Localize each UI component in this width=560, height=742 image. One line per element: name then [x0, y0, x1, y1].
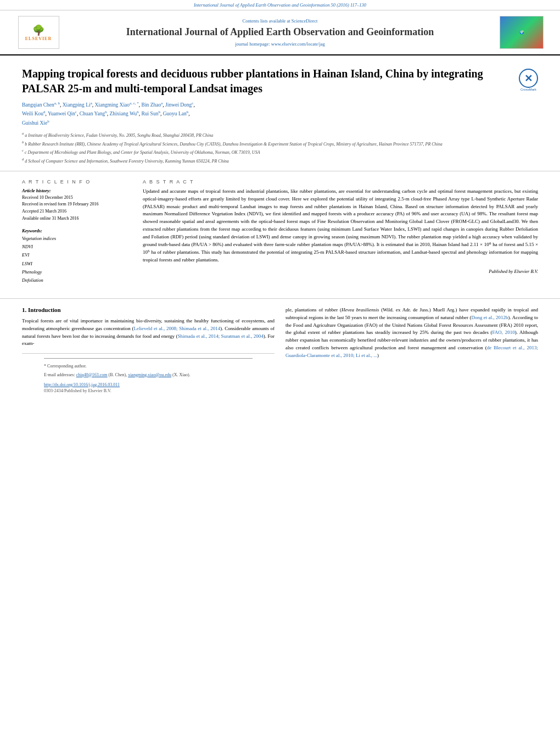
footnote-star: * Corresponding author.: [44, 363, 253, 369]
author-rui-sun[interactable]: Rui Sun: [142, 111, 159, 117]
elsevier-brand-text: ELSEVIER: [25, 36, 52, 41]
ref-fao-2010[interactable]: FAO, 2010: [492, 330, 515, 335]
crossmark-icon: ✕: [519, 69, 538, 88]
author-jinwei-dong[interactable]: Jinwei Dong: [165, 102, 192, 108]
author-zhixiang-wu[interactable]: Zhixiang Wu: [109, 111, 137, 117]
doi-link[interactable]: http://dx.doi.org/10.1016/j.jag.2016.03.…: [22, 381, 275, 388]
affiliation-a: a a Institute of Biodiversity Science, F…: [22, 131, 538, 139]
author-sup-3: a, c, *: [130, 101, 139, 105]
author-sup-1: a, b: [54, 101, 60, 105]
article-title-row: Mapping tropical forests and deciduous r…: [22, 66, 538, 96]
article-info-heading: A R T I C L E I N F O: [22, 179, 132, 185]
page-wrapper: International Journal of Applied Earth O…: [0, 0, 560, 405]
author-sup-7: c: [75, 110, 77, 114]
author-xiangming-xiao[interactable]: Xiangming Xiao: [95, 102, 130, 108]
contents-available: Contents lists available at ScienceDirec…: [71, 18, 489, 24]
journal-logo-box: 🌍: [500, 16, 544, 49]
keywords-block: Keywords: Vegetation indices NDVI EVI LS…: [22, 228, 132, 285]
author-guishui-xie[interactable]: Guishui Xie: [22, 120, 47, 126]
author-weili-kou[interactable]: Weili Kou: [22, 111, 43, 117]
affiliation-b: b b Rubber Research Institute (RRI), Chi…: [22, 140, 538, 148]
article-info-abstract-section: A R T I C L E I N F O Article history: R…: [0, 171, 560, 299]
article-title: Mapping tropical forests and deciduous r…: [22, 66, 519, 96]
author-sup-12: b: [47, 119, 49, 124]
journal-title: International Journal of Applied Earth O…: [71, 26, 489, 38]
ref-de-blecourt[interactable]: de Blecourt et al., 2013; Guardiola-Clar…: [285, 345, 538, 358]
author-yuanwei-qin[interactable]: Yuanwei Qin: [48, 111, 75, 117]
email-link-1[interactable]: chiq40@163.com: [76, 372, 108, 377]
affiliation-d: d d School of Computer Science and Infor…: [22, 157, 538, 165]
author-xiangping-li[interactable]: Xiangping Li: [63, 102, 91, 108]
issn-line: 0303-2434/Published by Elsevier B.V.: [22, 388, 275, 398]
footnote-emails: E-mail addresses: chiq40@163.com (B. Che…: [44, 372, 253, 378]
author-sup-4: a: [161, 101, 163, 105]
author-sup-6: d: [43, 110, 46, 114]
journal-header: 🌳 ELSEVIER Contents lists available at S…: [0, 10, 560, 55]
received-date: Received 10 December 2015 Received in re…: [22, 194, 132, 222]
author-guoyu-lan[interactable]: Guoyu Lan: [163, 111, 187, 117]
article-history-block: Article history: Received 10 December 20…: [22, 188, 132, 222]
footnote-area: * Corresponding author. E-mail addresses…: [22, 353, 275, 381]
keywords-list: Vegetation indices NDVI EVI LSWI Phenolo…: [22, 235, 132, 285]
journal-topbar: International Journal of Applied Earth O…: [0, 0, 560, 10]
intro-right-text: ple, plantations of rubber (Hevea brasil…: [285, 306, 538, 360]
journal-homepage: journal homepage: www.elsevier.com/locat…: [71, 41, 489, 47]
published-by: Published by Elsevier B.V.: [143, 269, 538, 274]
intro-section-title: 1. Introduction: [22, 306, 275, 313]
author-bin-zhao[interactable]: Bin Zhao: [142, 102, 161, 108]
author-bangqian-chen[interactable]: Bangqian Chen: [22, 102, 54, 108]
author-chuan-yang[interactable]: Chuan Yang: [80, 111, 105, 117]
abstract-text: Updated and accurate maps of tropical fo…: [143, 188, 538, 264]
header-center: Contents lists available at ScienceDirec…: [60, 18, 500, 46]
author-sup-10: b: [158, 110, 160, 114]
ref-shimada[interactable]: Shimada et al., 2014; Suratman et al., 2…: [178, 333, 264, 339]
elsevier-tree-icon: 🌳: [32, 24, 44, 36]
ref-lelieveld[interactable]: Lelieveld et al., 2008; Shimada et al., …: [133, 326, 220, 331]
elsevier-logo: 🌳 ELSEVIER: [16, 16, 60, 49]
ref-dong-2012b[interactable]: Dong et al., 2012b: [471, 315, 508, 320]
homepage-url[interactable]: www.elsevier.com/locate/jag: [271, 41, 325, 47]
crossmark-badge: ✕ CrossMark: [519, 69, 538, 88]
sciencedirect-link[interactable]: ScienceDirect: [292, 18, 318, 24]
abstract-heading: A B S T R A C T: [143, 179, 538, 185]
author-sup-2: a: [91, 101, 92, 105]
affiliations-list: a a Institute of Biodiversity Science, F…: [22, 131, 538, 165]
email-link-2[interactable]: xiangming.xiao@ou.edu: [128, 372, 171, 377]
topbar-text: International Journal of Applied Earth O…: [194, 2, 366, 8]
body-left-col: 1. Introduction Tropical forests are of …: [22, 306, 275, 398]
author-sup-5: c: [192, 101, 193, 105]
article-title-section: Mapping tropical forests and deciduous r…: [0, 55, 560, 171]
authors-list: Bangqian Chena, b, Xiangping Lia, Xiangm…: [22, 101, 538, 127]
affiliation-c: c c Department of Microbiology and Plant…: [22, 148, 538, 156]
author-sup-9: b: [137, 110, 139, 114]
journal-logo-inner: 🌍: [519, 30, 524, 35]
history-label: Article history:: [22, 188, 132, 193]
article-info-col: A R T I C L E I N F O Article history: R…: [22, 179, 132, 291]
body-right-col: ple, plantations of rubber (Hevea brasil…: [285, 306, 538, 398]
author-sup-8: b: [105, 110, 107, 114]
intro-left-text: Tropical forests are of vital importance…: [22, 317, 275, 348]
keywords-label: Keywords:: [22, 228, 132, 233]
abstract-col: A B S T R A C T Updated and accurate map…: [143, 179, 538, 291]
elsevier-logo-box: 🌳 ELSEVIER: [18, 16, 59, 49]
crossmark-label: CrossMark: [519, 88, 538, 91]
body-section: 1. Introduction Tropical forests are of …: [0, 299, 560, 405]
author-sup-11: b: [187, 110, 189, 114]
